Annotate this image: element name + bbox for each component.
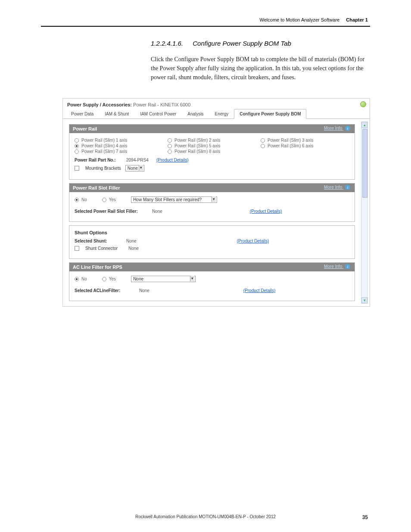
panel-title-label: Power Supply / Accessories:: [67, 102, 132, 107]
radio-slotfiller-yes[interactable]: Yes: [102, 197, 116, 202]
tab-bar: Power Data IAM & Shunt IAM Control Power…: [63, 109, 370, 119]
more-info-text: More Info: [324, 126, 342, 131]
tab-iam-control-power[interactable]: IAM Control Power: [134, 109, 182, 118]
scroll-down-icon[interactable]: ▾: [361, 297, 367, 303]
radio-rail-1axis[interactable]: Power Rail (Slim) 1 axis: [75, 137, 163, 143]
scroll-pane: ▴ ▾ Power Rail More Info i Power Rail (S…: [63, 119, 370, 306]
selected-slot-filler-row: Selected Power Rail Slot Filler: None (P…: [75, 209, 349, 214]
tab-configure-bom[interactable]: Configure Power Supply BOM: [234, 109, 306, 119]
selected-slot-filler-label: Selected Power Rail Slot Filler:: [75, 209, 148, 214]
tab-analysis[interactable]: Analysis: [182, 109, 209, 118]
shunt-connector-checkbox[interactable]: [75, 246, 79, 251]
info-icon: i: [345, 264, 350, 269]
radio-acfilter-yes[interactable]: Yes: [102, 276, 116, 282]
section-header-ac-filter: AC Line Filter for RPS More Info i: [69, 263, 355, 271]
page-header: Welcome to Motion Analyzer Software Chap…: [0, 0, 411, 26]
section-header-slot-filler: Power Rail Slot Filler More Info i: [69, 184, 355, 192]
ac-filter-yn-row: No Yes None: [75, 276, 349, 282]
mounting-brackets-select[interactable]: None: [125, 165, 144, 171]
slot-filler-count-select[interactable]: How Many Slot Fillers are required?: [131, 196, 217, 203]
body-text-block: 1.2.2.4.1.6. Configure Power Supply BOM …: [0, 27, 411, 90]
section-title-slot-filler: Power Rail Slot Filler: [73, 185, 120, 190]
more-info-link[interactable]: More Info i: [324, 185, 350, 190]
section-heading-number: 1.2.2.4.1.6.: [151, 40, 183, 47]
more-info-text: More Info: [324, 264, 342, 269]
section-ac-filter: AC Line Filter for RPS More Info i No Ye…: [69, 262, 355, 301]
radio-rail-6axis[interactable]: Power Rail (Slim) 6 axis: [261, 143, 349, 149]
shunt-connector-row: Shunt Connector None: [75, 246, 349, 251]
info-icon: i: [345, 126, 350, 131]
info-icon: i: [345, 185, 350, 190]
section-slot-filler: Power Rail Slot Filler More Info i No Ye…: [69, 183, 355, 222]
section-heading-text: Configure Power Supply BOM Tab: [193, 40, 291, 47]
selected-ac-filter-label: Selected ACLineFilter:: [75, 288, 135, 293]
tab-power-data[interactable]: Power Data: [65, 109, 99, 118]
partno-label: Power Rail Part No.:: [75, 158, 122, 162]
screenshot-panel: Power Supply / Accessories: Power Rail -…: [62, 98, 370, 307]
header-section-title: Welcome to Motion Analyzer Software: [260, 17, 340, 22]
radio-slotfiller-no[interactable]: No: [75, 197, 87, 202]
shunt-connector-label: Shunt Connector: [85, 246, 124, 251]
radio-rail-3axis[interactable]: Power Rail (Slim) 3 axis: [261, 137, 349, 143]
scroll-up-icon[interactable]: ▴: [361, 122, 367, 128]
section-title-shunt: Shunt Options: [75, 230, 349, 235]
radio-rail-7axis[interactable]: Power Rail (Slim) 7 axis: [75, 149, 163, 154]
footer-text: Rockwell Automation Publication MOTION-U…: [135, 514, 276, 519]
power-rail-partno-row: Power Rail Part No.: 2094-PRS4 (Product …: [75, 158, 349, 162]
more-info-link[interactable]: More Info i: [324, 126, 350, 131]
more-info-text: More Info: [324, 185, 342, 190]
selected-shunt-value: None: [126, 239, 152, 243]
scrollbar[interactable]: ▴ ▾: [361, 121, 368, 304]
panel-title: Power Supply / Accessories: Power Rail -…: [63, 99, 370, 109]
slot-filler-yn-row: No Yes How Many Slot Fillers are require…: [75, 196, 349, 203]
selected-shunt-row: Selected Shunt: None (Product Details): [75, 239, 349, 243]
mounting-brackets-label: Mounting Brackets: [85, 166, 121, 171]
radio-rail-4axis[interactable]: Power Rail (Slim) 4 axis: [75, 143, 163, 149]
radio-acfilter-no[interactable]: No: [75, 276, 87, 282]
product-details-link[interactable]: (Product Details): [237, 239, 269, 243]
tab-energy[interactable]: Energy: [209, 109, 234, 118]
scroll-thumb[interactable]: [362, 129, 367, 198]
radio-rail-5axis[interactable]: Power Rail (Slim) 5 axis: [168, 143, 256, 149]
selected-slot-filler-value: None: [152, 209, 178, 214]
radio-rail-2axis[interactable]: Power Rail (Slim) 2 axis: [168, 137, 256, 143]
section-heading: 1.2.2.4.1.6. Configure Power Supply BOM …: [151, 40, 370, 47]
mounting-brackets-checkbox[interactable]: [75, 166, 79, 171]
panel-title-value: Power Rail - KINETIX 6000: [133, 102, 190, 107]
page-footer: Rockwell Automation Publication MOTION-U…: [0, 514, 411, 519]
section-power-rail: Power Rail More Info i Power Rail (Slim)…: [69, 124, 355, 180]
selected-ac-filter-value: None: [139, 288, 165, 293]
section-header-power-rail: Power Rail More Info i: [69, 124, 355, 133]
section-shunt: Shunt Options Selected Shunt: None (Prod…: [69, 225, 355, 259]
partno-value: 2094-PRS4: [126, 158, 152, 162]
product-details-link[interactable]: (Product Details): [250, 209, 282, 214]
footer-page-number: 35: [362, 514, 368, 520]
selected-shunt-label: Selected Shunt:: [75, 239, 122, 243]
product-details-link[interactable]: (Product Details): [243, 288, 275, 293]
shunt-connector-value: None: [128, 246, 154, 251]
header-chapter: Chapter 1: [346, 17, 368, 22]
ac-filter-select[interactable]: None: [131, 276, 196, 282]
section-title-power-rail: Power Rail: [73, 126, 97, 131]
radio-rail-8axis[interactable]: Power Rail (Slim) 8 axis: [168, 149, 256, 154]
power-rail-radio-grid: Power Rail (Slim) 1 axis Power Rail (Sli…: [75, 137, 349, 154]
selected-ac-filter-row: Selected ACLineFilter: None (Product Det…: [75, 288, 349, 293]
more-info-link[interactable]: More Info i: [324, 264, 350, 269]
body-paragraph: Click the Configure Power Supply BOM tab…: [151, 55, 370, 82]
section-title-ac-filter: AC Line Filter for RPS: [73, 264, 122, 270]
tab-iam-shunt[interactable]: IAM & Shunt: [99, 109, 134, 118]
mounting-brackets-row: Mounting Brackets None: [75, 165, 349, 171]
product-details-link[interactable]: (Product Details): [156, 158, 188, 162]
help-icon[interactable]: [360, 101, 366, 107]
